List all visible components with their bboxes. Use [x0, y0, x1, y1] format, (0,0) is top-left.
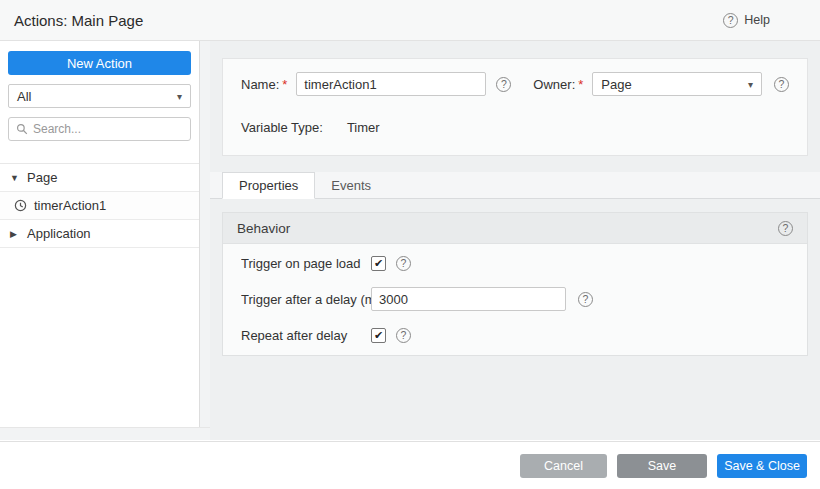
check-icon: ✔	[374, 329, 383, 342]
action-info-panel: Name: * ? Owner: * Page ▾ ? Variable Typ…	[222, 58, 808, 156]
owner-label: Owner:	[533, 77, 575, 92]
owner-help-icon[interactable]: ?	[774, 77, 789, 92]
behavior-panel-body: Trigger on page load ✔ ? Trigger after a…	[223, 253, 807, 345]
trigger-delay-row: Trigger after a delay (millisec… ?	[241, 287, 789, 311]
tab-properties[interactable]: Properties	[222, 172, 315, 199]
tree-item-timeraction1[interactable]: timerAction1	[0, 192, 199, 220]
trigger-delay-label: Trigger after a delay (millisec…	[241, 292, 371, 307]
search-icon	[16, 123, 28, 135]
trigger-on-page-load-help-icon[interactable]: ?	[396, 256, 411, 271]
dialog-footer: Cancel Save Save & Close	[0, 441, 820, 489]
name-owner-row: Name: * ? Owner: * Page ▾ ?	[223, 59, 807, 96]
required-asterisk: *	[282, 77, 287, 92]
behavior-panel: Behavior ? Trigger on page load ✔ ? Trig…	[222, 212, 808, 356]
trigger-delay-help-icon[interactable]: ?	[578, 292, 593, 307]
search-input[interactable]	[33, 122, 183, 136]
action-editor-main: Name: * ? Owner: * Page ▾ ? Variable Typ…	[210, 41, 820, 440]
save-and-close-button[interactable]: Save & Close	[717, 454, 807, 478]
filter-select[interactable]: All ▾	[8, 84, 191, 108]
trigger-delay-input[interactable]	[371, 287, 566, 311]
name-label: Name:	[241, 77, 279, 92]
required-asterisk: *	[578, 77, 583, 92]
tree-item-label: timerAction1	[34, 198, 106, 213]
tab-events[interactable]: Events	[315, 172, 387, 198]
sidebar-horizontal-scrollbar[interactable]	[0, 427, 210, 440]
sidebar-vertical-scrollbar[interactable]	[200, 41, 210, 427]
behavior-help-icon[interactable]: ?	[778, 221, 793, 236]
behavior-panel-header: Behavior ?	[223, 213, 807, 244]
editor-tabs: Properties Events	[210, 172, 820, 199]
help-link[interactable]: ? Help	[723, 13, 770, 28]
name-help-icon[interactable]: ?	[496, 77, 511, 92]
help-icon: ?	[723, 13, 738, 28]
owner-select-value: Page	[601, 77, 631, 92]
check-icon: ✔	[374, 257, 383, 270]
cancel-button[interactable]: Cancel	[520, 454, 607, 478]
tree-item-label: Application	[27, 226, 91, 241]
chevron-down-icon: ▾	[748, 79, 753, 90]
filter-select-value: All	[17, 89, 31, 104]
help-label: Help	[744, 13, 770, 27]
tree-item-label: Page	[27, 170, 57, 185]
tree-item-application[interactable]: ▶ Application	[0, 220, 199, 248]
trigger-on-page-load-row: Trigger on page load ✔ ?	[241, 253, 789, 273]
search-box	[8, 117, 191, 141]
repeat-after-delay-checkbox[interactable]: ✔	[371, 328, 386, 343]
repeat-after-delay-help-icon[interactable]: ?	[396, 328, 411, 343]
trigger-on-page-load-label: Trigger on page load	[241, 256, 371, 271]
tree-item-page[interactable]: ▼ Page	[0, 164, 199, 192]
actions-sidebar: New Action All ▾ ▼ Page timerAction1 ▶	[0, 41, 200, 427]
actions-tree: ▼ Page timerAction1 ▶ Application	[0, 163, 199, 248]
chevron-down-icon: ▾	[177, 91, 182, 102]
triangle-right-icon[interactable]: ▶	[10, 229, 20, 239]
owner-select[interactable]: Page ▾	[592, 72, 762, 96]
variable-type-label: Variable Type:	[241, 120, 323, 135]
sidebar-controls: New Action All ▾	[0, 41, 199, 153]
trigger-on-page-load-checkbox[interactable]: ✔	[371, 256, 386, 271]
save-button[interactable]: Save	[617, 454, 707, 478]
new-action-button[interactable]: New Action	[8, 51, 191, 75]
variable-type-value: Timer	[347, 120, 380, 135]
variable-type-row: Variable Type: Timer	[223, 120, 807, 135]
triangle-down-icon[interactable]: ▼	[10, 173, 20, 183]
behavior-title: Behavior	[237, 221, 290, 236]
page-title: Actions: Main Page	[14, 12, 143, 29]
repeat-after-delay-row: Repeat after delay ✔ ?	[241, 325, 789, 345]
clock-icon	[14, 199, 27, 212]
dialog-header: Actions: Main Page ? Help	[0, 0, 820, 41]
name-input[interactable]	[296, 72, 486, 96]
repeat-after-delay-label: Repeat after delay	[241, 328, 371, 343]
